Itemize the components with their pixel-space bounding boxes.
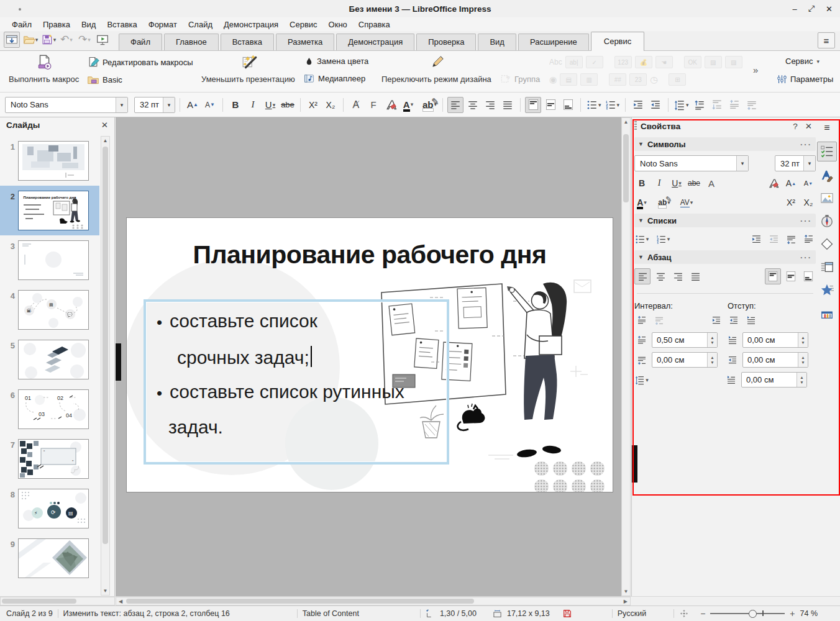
switch-indent-button[interactable] (744, 313, 759, 328)
zoom-slider-thumb[interactable] (749, 610, 757, 618)
fontwork-button[interactable]: F (365, 97, 381, 113)
color-replace-button[interactable]: Замена цвета (304, 56, 368, 66)
font-name-combo[interactable]: Noto Sans ▾ (5, 97, 128, 113)
sidebar-move-down-button[interactable] (783, 232, 798, 247)
list-box-icon[interactable]: ▤ (560, 73, 577, 86)
indent-before-spinner[interactable]: ▲▼ (798, 333, 808, 347)
bullet-1-line-2[interactable]: срочных задач; (177, 346, 312, 368)
indent-after-spinner[interactable]: ▲▼ (798, 353, 808, 367)
move-paragraph-up-button[interactable] (692, 97, 708, 113)
fit-slide-button[interactable] (679, 609, 689, 619)
media-player-button[interactable]: Медиаплеер (303, 73, 365, 84)
label-field-icon[interactable]: Abc (549, 58, 562, 66)
sidebar-underline-button[interactable]: U (669, 176, 684, 191)
radio-button-icon[interactable]: ◉ (549, 75, 557, 84)
slide-6-item[interactable]: 6 01 02 03 04 (0, 384, 99, 434)
align-justify-button[interactable] (500, 97, 516, 113)
redo-button[interactable]: ↷ (77, 32, 92, 47)
date-field-icon[interactable]: 23 (629, 73, 647, 86)
sidebar-numbered-list-button[interactable] (655, 232, 670, 247)
tab-slideshow[interactable]: Демонстрация (336, 34, 414, 50)
left-panel-collapse-handle[interactable] (116, 343, 121, 381)
menu-slideshow[interactable]: Демонстрация (218, 19, 284, 30)
slide-1-item[interactable]: 1 (0, 136, 99, 186)
sidebar-italic-button[interactable]: I (652, 176, 667, 191)
spacing-above-spinner[interactable]: ▲▼ (707, 333, 717, 347)
slide-4-item[interactable]: 4 🏛▤💬 (0, 285, 99, 335)
spacing-below-spinner[interactable]: ▲▼ (707, 353, 717, 367)
spacing-below-field[interactable]: 0,00 см ▲▼ (652, 352, 718, 368)
indent-first-line-field[interactable]: 0,00 см ▲▼ (741, 372, 807, 388)
clear-direct-formatting-button[interactable] (383, 97, 399, 113)
run-macro-button[interactable]: Выполнить макрос (9, 75, 79, 84)
shapes-deck-icon[interactable] (818, 235, 836, 253)
load-url-button[interactable] (4, 32, 20, 48)
push-button-icon[interactable]: ☚ (655, 56, 673, 68)
minimize-presentation-button[interactable]: Уменьшить презентацию (201, 75, 295, 84)
save-button[interactable] (41, 32, 56, 47)
styles-deck-icon[interactable] (818, 166, 836, 184)
tools-menu-button[interactable]: Сервис (785, 57, 819, 66)
unsaved-changes-icon[interactable] (562, 609, 572, 619)
sidebar-highlight-button[interactable]: ab✎ (657, 195, 672, 210)
slide-9-item[interactable]: 9 (0, 533, 99, 583)
design-mode-icon[interactable] (431, 55, 445, 69)
run-macro-icon[interactable] (36, 54, 52, 70)
sidebar-font-color-button[interactable]: A (634, 195, 649, 210)
spacing-above-field[interactable]: 0,50 см ▲▼ (652, 332, 718, 348)
decrease-spacing-button[interactable] (652, 313, 667, 328)
characters-more-options-button[interactable]: ··· (800, 140, 812, 149)
currency-field-icon[interactable]: 💰 (635, 56, 652, 68)
tab-tools[interactable]: Сервис (591, 32, 645, 51)
align-right-button[interactable] (482, 97, 498, 113)
sidebar-font-size-combo[interactable]: 32 пт ▾ (775, 155, 816, 171)
checkbox-icon[interactable]: ✓ (586, 56, 603, 68)
line-spacing-button[interactable] (673, 97, 690, 113)
paragraph-more-options-button[interactable]: ··· (800, 253, 812, 262)
sidebar-grip[interactable] (634, 121, 637, 131)
language-status[interactable]: Русский (618, 609, 646, 618)
edit-macros-button[interactable]: Редактировать макросы (87, 56, 193, 68)
open-file-button[interactable] (23, 32, 38, 47)
navigator-deck-icon[interactable] (818, 212, 836, 230)
slide-5-item[interactable]: 5 (0, 335, 99, 384)
canvas-vertical-scrollbar[interactable]: ▲ ▼ (621, 117, 631, 596)
zoom-level-status[interactable]: 74 % (800, 609, 818, 618)
font-size-combo[interactable]: 32 пт ▾ (134, 97, 175, 113)
numbered-list-button[interactable] (604, 97, 621, 113)
sidebar-help-button[interactable]: ? (793, 122, 798, 131)
bullet-1-line-1[interactable]: составьте список (170, 310, 317, 332)
sidebar-valign-bottom-button[interactable] (801, 269, 816, 284)
minimize-button[interactable]: – (792, 4, 797, 14)
group-button[interactable]: Группа (500, 73, 540, 84)
sidebar-increase-font-button[interactable]: A▲ (783, 176, 798, 191)
sidebar-subscript-button[interactable]: X₂ (801, 195, 816, 210)
image-button-icon[interactable]: ▨ (705, 56, 722, 68)
decrease-indent-button-2[interactable] (726, 313, 741, 328)
properties-deck-icon[interactable] (817, 142, 837, 161)
sidebar-strikethrough-button[interactable]: abe (687, 176, 701, 191)
slides-scrollbar[interactable]: ▲ ▼ (101, 136, 110, 596)
ok-button-icon[interactable]: OK (684, 56, 701, 68)
sidebar-valign-top-button[interactable] (765, 268, 781, 284)
menu-file[interactable]: Файл (6, 19, 37, 30)
sidebar-align-left-button[interactable] (634, 268, 651, 284)
increase-spacing-button[interactable] (634, 313, 649, 328)
menu-help[interactable]: Справка (353, 19, 396, 30)
menu-slide[interactable]: Слайд (183, 19, 218, 30)
basic-button[interactable]: Basic (87, 73, 122, 86)
underline-button[interactable]: U (262, 97, 278, 113)
bullet-list-button[interactable] (585, 97, 603, 113)
content-text-box[interactable]: • составьте список срочных задач; • сост… (144, 299, 449, 465)
undo-button[interactable]: ↶ (59, 32, 74, 47)
combo-box-icon[interactable]: ▥ (580, 73, 598, 86)
increase-indent-button-2[interactable] (709, 313, 724, 328)
decrease-font-button[interactable]: A▼ (202, 97, 218, 113)
highlight-color-button[interactable]: ab✎ (421, 97, 438, 113)
zoom-out-button[interactable]: − (700, 609, 705, 619)
increase-para-spacing-button[interactable] (726, 97, 742, 113)
image-control-icon[interactable]: ▨ (725, 56, 742, 68)
indent-after-field[interactable]: 0,00 см ▲▼ (742, 352, 808, 368)
slide-3-item[interactable]: 3 (0, 235, 99, 285)
style-presets-deck-icon[interactable] (818, 304, 836, 322)
